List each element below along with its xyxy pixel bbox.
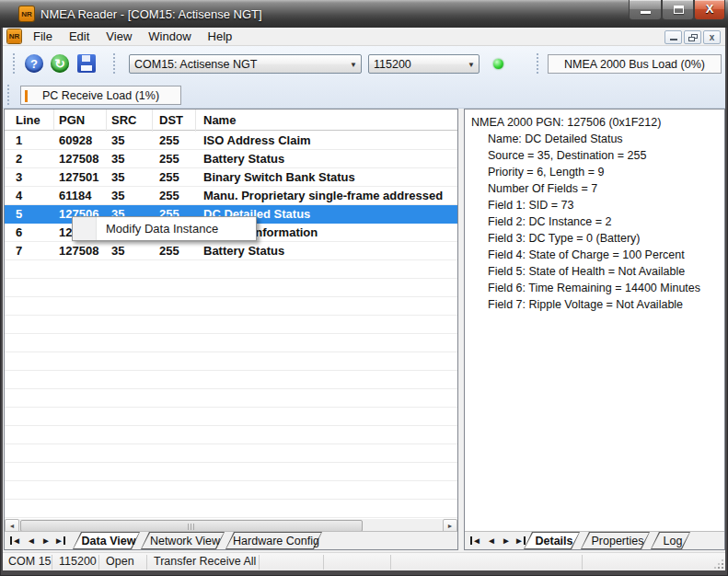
status-separator — [52, 555, 52, 570]
col-line[interactable]: Line — [16, 109, 40, 131]
table-row[interactable]: 16092835255ISO Address Claim — [5, 132, 457, 150]
chevron-down-icon: ▼ — [350, 61, 357, 69]
tab-prev-button[interactable]: ◄ — [487, 535, 496, 547]
save-icon[interactable] — [77, 54, 96, 73]
table-row[interactable]: 712750835255Battery Status — [5, 242, 457, 260]
child-minimize-button[interactable] — [664, 30, 682, 44]
detail-line: Field 1: SID = 73 — [488, 197, 573, 213]
detail-line: Field 5: State of Health = Not Available — [488, 263, 685, 280]
detail-line: Field 2: DC Instance = 2 — [488, 213, 611, 230]
tab-next-button[interactable]: ► — [502, 535, 511, 547]
help-icon[interactable]: ? — [25, 54, 43, 73]
tab-properties[interactable]: Properties — [581, 532, 651, 549]
tab-last-button[interactable]: ► — [54, 535, 65, 547]
context-menu: Modify Data Instance — [72, 216, 257, 241]
table-row[interactable]: 212750835255Battery Status — [5, 150, 457, 168]
close-button[interactable]: X — [694, 0, 725, 20]
child-restore-button[interactable] — [684, 30, 701, 44]
menu-window[interactable]: Window — [140, 28, 199, 45]
toolbar-grip[interactable] — [13, 53, 15, 74]
com-port-select[interactable]: COM15: Actisense NGT ▼ — [129, 54, 362, 74]
minimize-button[interactable] — [629, 0, 662, 20]
tab-first-button[interactable]: ◄ — [470, 535, 481, 547]
col-pgn[interactable]: PGN — [59, 109, 85, 131]
com-port-value: COM15: Actisense NGT — [134, 58, 257, 71]
detail-line: Source = 35, Destination = 255 — [488, 147, 646, 164]
status-separator — [323, 555, 324, 570]
col-name[interactable]: Name — [203, 109, 236, 131]
tab-hardware-config[interactable]: Hardware Config — [225, 532, 323, 549]
detail-line: Field 6: Time Remaining = 14400 Minutes — [488, 280, 700, 296]
detail-line: Number Of Fields = 7 — [488, 180, 597, 197]
status-com-port: COM 15 — [8, 553, 52, 571]
menu-bar: NR File Edit View Window Help — [3, 28, 725, 46]
toolbar-grip[interactable] — [7, 85, 9, 105]
tab-next-button[interactable]: ► — [41, 535, 51, 547]
status-baud: 115200 — [59, 553, 97, 571]
menu-item-modify-data-instance[interactable]: Modify Data Instance — [106, 217, 218, 240]
status-bar: COM 15 115200 Open Transfer Receive All — [3, 552, 725, 570]
mdi-child-icon[interactable]: NR — [7, 29, 21, 43]
detail-line: Priority = 6, Length = 9 — [488, 164, 604, 180]
toolbar-grip[interactable] — [113, 53, 115, 74]
window-title: NMEA Reader - [COM15: Actisense NGT] — [40, 7, 262, 21]
bus-load-indicator: NMEA 2000 Bus Load (0%) — [548, 54, 722, 74]
title-bar[interactable]: NR NMEA Reader - [COM15: Actisense NGT] … — [0, 0, 728, 28]
tab-data-view[interactable]: Data View — [73, 532, 141, 549]
menu-file[interactable]: File — [25, 28, 61, 45]
detail-line: Field 4: State of Charge = 100 Percent — [488, 247, 685, 263]
main-area: Line PGN SRC DST Name 16092835255ISO Add… — [3, 109, 725, 552]
app-window: NR NMEA Reader - [COM15: Actisense NGT] … — [0, 0, 728, 576]
left-tab-strip: ◄ ◄ ► ► Data View Network View Hardware … — [5, 531, 457, 549]
table-header: Line PGN SRC DST Name — [5, 109, 457, 131]
resize-grip[interactable] — [722, 567, 723, 569]
status-separator — [146, 555, 147, 570]
detail-line: Name: DC Detailed Status — [488, 131, 623, 147]
menu-help[interactable]: Help — [200, 28, 241, 45]
toolbar-grip[interactable] — [537, 53, 538, 74]
status-port-state: Open — [106, 553, 134, 571]
data-view-pane: Line PGN SRC DST Name 16092835255ISO Add… — [4, 109, 458, 550]
col-src[interactable]: SRC — [111, 109, 136, 131]
right-tab-strip: ◄ ◄ ► ► Details Properties Log — [465, 531, 724, 549]
tab-details[interactable]: Details — [524, 532, 581, 549]
maximize-icon — [674, 6, 684, 14]
details-title: NMEA 2000 PGN: 127506 (0x1F212) — [471, 114, 661, 131]
maximize-button[interactable] — [662, 0, 694, 20]
detail-line: Field 3: DC Type = 0 (Battery) — [488, 230, 640, 247]
toolbar: ? ↻ COM15: Actisense NGT ▼ 115200 ▼ NMEA… — [3, 46, 725, 109]
status-separator — [98, 555, 99, 570]
detail-line: Field 7: Ripple Voltage = Not Available — [488, 296, 683, 313]
child-close-icon: x — [704, 31, 720, 43]
table-row[interactable]: 312750135255Binary Switch Bank Status — [5, 168, 457, 187]
app-icon: NR — [19, 6, 34, 21]
status-separator — [582, 555, 583, 570]
status-separator — [390, 555, 391, 570]
tab-first-button[interactable]: ◄ — [10, 535, 21, 547]
refresh-transfer-icon[interactable]: ↻ — [51, 54, 69, 73]
child-close-button[interactable]: x — [703, 30, 721, 44]
child-minimize-icon — [670, 39, 677, 40]
tab-network-view[interactable]: Network View — [141, 532, 225, 549]
pc-receive-load-indicator: PC Receive Load (1%) — [20, 86, 181, 105]
menu-edit[interactable]: Edit — [61, 28, 98, 45]
minimize-icon — [641, 11, 651, 14]
close-icon: X — [695, 2, 724, 16]
menu-view[interactable]: View — [98, 28, 140, 45]
load-bar — [25, 90, 28, 102]
status-separator — [259, 555, 260, 570]
col-dst[interactable]: DST — [159, 109, 183, 131]
tab-log[interactable]: Log — [651, 532, 691, 549]
tab-prev-button[interactable]: ◄ — [27, 535, 36, 547]
chevron-down-icon: ▼ — [468, 61, 475, 69]
status-transfer-mode: Transfer Receive All — [154, 553, 256, 571]
context-menu-gutter — [73, 217, 97, 240]
baud-rate-select[interactable]: 115200 ▼ — [368, 54, 480, 74]
table-body: 16092835255ISO Address Claim 21275083525… — [5, 132, 457, 519]
baud-rate-value: 115200 — [374, 58, 411, 71]
connection-led-icon — [493, 59, 503, 69]
table-row[interactable]: 46118435255Manu. Proprietary single-fram… — [5, 187, 457, 205]
details-pane: NMEA 2000 PGN: 127506 (0x1F212) Name: DC… — [464, 109, 725, 550]
